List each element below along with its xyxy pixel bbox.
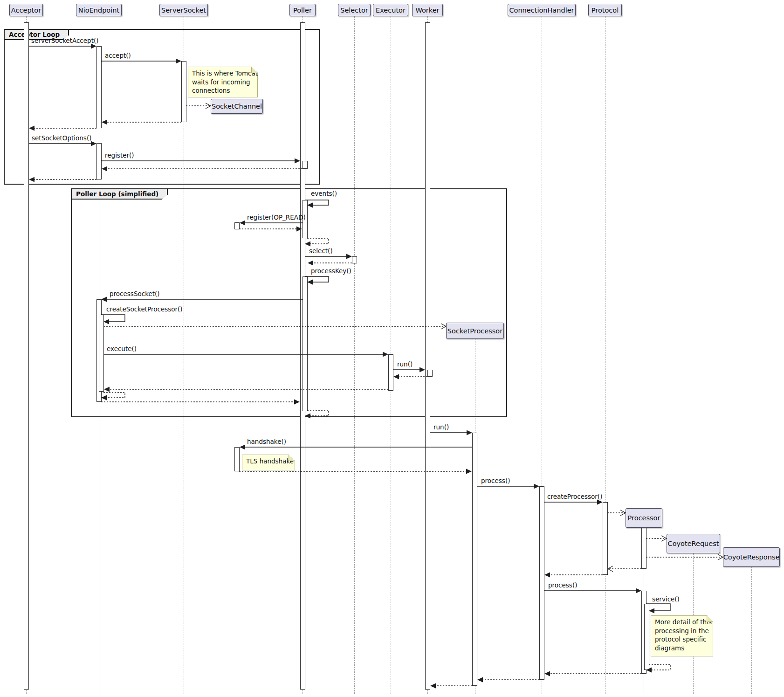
message-label: createSocketProcessor() bbox=[106, 305, 183, 313]
created-participant-processor: Processor bbox=[626, 508, 662, 528]
participant-poller: Poller bbox=[289, 4, 316, 16]
activation-connectionhandler-main bbox=[539, 486, 544, 680]
message-label: createProcessor() bbox=[547, 493, 602, 500]
note-fold-corner bbox=[707, 616, 713, 622]
participant-selector: Selector bbox=[338, 4, 371, 16]
note-fold-corner bbox=[289, 455, 295, 461]
participant-executor: Executor bbox=[373, 4, 408, 16]
arrowhead-filled bbox=[467, 430, 472, 435]
note-note-tls: TLS handshake bbox=[242, 455, 295, 470]
arrowhead-filled bbox=[636, 588, 641, 593]
message-label: handshake() bbox=[247, 438, 286, 445]
message-label: process() bbox=[481, 477, 510, 484]
activation-nioendpoint-3-nested bbox=[99, 315, 104, 392]
arrowhead-open bbox=[620, 510, 626, 516]
note-note-protocol-detail: More detail of thisprocessing in theprot… bbox=[651, 615, 713, 656]
arrowhead-filled bbox=[544, 671, 550, 676]
message-label: select() bbox=[309, 247, 333, 255]
participant-worker: Worker bbox=[412, 4, 443, 16]
note-text-line: processing in the bbox=[655, 627, 709, 635]
message-label: register() bbox=[105, 152, 134, 159]
message-label: processKey() bbox=[311, 267, 351, 275]
note-text-line: connections bbox=[192, 86, 254, 95]
message-label: processSocket() bbox=[110, 290, 160, 297]
activation-worker-main bbox=[425, 22, 430, 690]
arrowhead-filled bbox=[466, 469, 472, 474]
message-label: serverSocketAccept() bbox=[31, 37, 98, 44]
note-text-line: More detail of this bbox=[655, 618, 709, 627]
arrowhead-filled bbox=[534, 484, 539, 489]
activation-executor-1 bbox=[388, 354, 393, 391]
self-message-line bbox=[649, 664, 670, 670]
activation-socketprocessor-main bbox=[472, 433, 477, 686]
note-text-line: protocol specific bbox=[655, 635, 709, 644]
frame-label: Poller Loop (simplified) bbox=[71, 188, 168, 200]
activation-poller-register bbox=[303, 161, 308, 169]
activation-processor-1 bbox=[641, 528, 646, 569]
activation-serversocket-1 bbox=[181, 61, 186, 122]
message-label: setSocketOptions() bbox=[32, 134, 91, 142]
note-text-line: waits for incoming bbox=[192, 78, 254, 87]
frame-acceptor-loop: Acceptor Loop bbox=[4, 29, 320, 185]
activation-poller-processkey bbox=[303, 276, 308, 411]
created-participant-coyoteresponse: CoyoteResponse bbox=[723, 547, 780, 567]
note-text-line: TLS handshake bbox=[246, 457, 291, 466]
activation-worker-run bbox=[427, 370, 433, 377]
lifeline-coyoteresponse bbox=[751, 567, 752, 694]
activation-processor-service bbox=[644, 604, 649, 670]
arrowhead-filled bbox=[477, 677, 483, 683]
participant-protocol: Protocol bbox=[588, 4, 622, 16]
created-participant-socketchannel: SocketChannel bbox=[211, 99, 263, 114]
participant-serversocket: ServerSocket bbox=[159, 4, 208, 16]
arrowhead-open bbox=[718, 554, 723, 560]
arrowhead-open bbox=[608, 566, 613, 572]
created-participant-coyoterequest: CoyoteRequest bbox=[667, 534, 720, 553]
arrowhead-open bbox=[661, 536, 667, 541]
created-participant-socketprocessor: SocketProcessor bbox=[446, 323, 504, 339]
message-label: register(OP_READ) bbox=[247, 214, 306, 221]
message-label: process() bbox=[548, 581, 577, 589]
participant-connectionhandler: ConnectionHandler bbox=[508, 4, 576, 16]
message-label: accept() bbox=[105, 52, 131, 59]
note-text-line: This is where Tomcat bbox=[192, 69, 254, 78]
message-label: service() bbox=[652, 595, 680, 603]
activation-nioendpoint-1 bbox=[96, 46, 102, 128]
sequence-diagram-canvas: Acceptor LoopPoller Loop (simplified)ser… bbox=[0, 0, 784, 697]
participant-acceptor: Acceptor bbox=[9, 4, 43, 16]
message-label: execute() bbox=[107, 345, 137, 352]
arrowhead-filled bbox=[240, 445, 245, 450]
self-message-line bbox=[646, 604, 670, 611]
message-label: run() bbox=[397, 360, 413, 368]
frame-poller-loop: Poller Loop (simplified) bbox=[71, 188, 507, 417]
arrowhead-filled bbox=[544, 573, 550, 578]
activation-socketchannel-2 bbox=[234, 447, 240, 471]
note-text-line: diagrams bbox=[655, 644, 709, 653]
arrowhead-filled bbox=[597, 500, 603, 505]
activation-protocol-1 bbox=[603, 502, 608, 575]
participant-nioendpoint: NioEndpoint bbox=[76, 4, 122, 16]
activation-socketchannel-1 bbox=[234, 222, 240, 229]
activation-nioendpoint-2 bbox=[96, 143, 102, 179]
activation-acceptor-main bbox=[24, 22, 29, 690]
message-label: run() bbox=[433, 423, 449, 431]
arrowhead-filled bbox=[430, 683, 436, 689]
note-note-accept-wait: This is where Tomcatwaits for incomingco… bbox=[188, 67, 258, 97]
arrowhead-filled bbox=[649, 608, 654, 614]
activation-selector-1 bbox=[352, 256, 357, 263]
message-label: events() bbox=[311, 190, 337, 197]
lifeline-protocol bbox=[605, 16, 605, 694]
